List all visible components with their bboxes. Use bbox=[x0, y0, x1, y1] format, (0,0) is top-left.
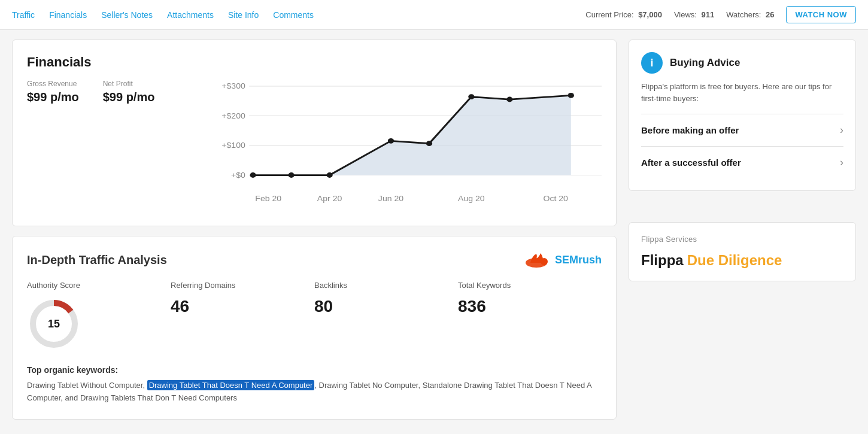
views-count: Views: 911 bbox=[674, 10, 714, 19]
keywords-section-label: Top organic keywords: bbox=[27, 365, 602, 375]
before-offer-header[interactable]: Before making an offer › bbox=[641, 124, 843, 136]
current-price: Current Price: $7,000 bbox=[585, 10, 662, 19]
nav-right-info: Current Price: $7,000 Views: 911 Watcher… bbox=[585, 6, 856, 23]
svg-point-20 bbox=[506, 97, 512, 102]
financials-card: Financials Gross Revenue $99 p/mo Net Pr… bbox=[12, 40, 617, 226]
svg-text:+$0: +$0 bbox=[231, 171, 245, 180]
keywords-text-before: Drawing Tablet Without Computer, bbox=[27, 381, 147, 390]
semrush-flame-icon bbox=[521, 251, 551, 269]
info-icon: i bbox=[641, 52, 663, 74]
nav-traffic[interactable]: Traffic bbox=[12, 10, 35, 20]
after-offer-chevron-icon: › bbox=[840, 156, 843, 169]
traffic-title: In-Depth Traffic Analysis bbox=[27, 253, 167, 267]
financials-title: Financials bbox=[27, 54, 602, 70]
svg-point-23 bbox=[541, 258, 548, 265]
net-profit-value: $99 p/mo bbox=[103, 90, 155, 104]
right-column: i Buying Advice Flippa's platform is fre… bbox=[629, 40, 856, 420]
keyword-highlighted: Drawing Tablet That Doesn T Need A Compu… bbox=[147, 380, 315, 390]
svg-point-18 bbox=[426, 141, 432, 146]
authority-score-donut: 15 bbox=[27, 297, 81, 351]
due-diligence-logo: Flippa Due Diligence bbox=[641, 252, 843, 269]
svg-marker-13 bbox=[253, 95, 571, 175]
gross-revenue-label: Gross Revenue bbox=[27, 80, 79, 88]
traffic-header: In-Depth Traffic Analysis SEMrush bbox=[27, 251, 602, 269]
traffic-analysis-card: In-Depth Traffic Analysis SEMrush Author… bbox=[12, 236, 617, 420]
metrics-row: Authority Score 15 Referring Domains bbox=[27, 281, 602, 351]
nav-comments[interactable]: Comments bbox=[273, 10, 314, 20]
after-offer-header[interactable]: After a successful offer › bbox=[641, 156, 843, 169]
authority-score-block: Authority Score 15 bbox=[27, 281, 171, 351]
svg-text:Oct 20: Oct 20 bbox=[543, 195, 567, 203]
flippa-logo-text: Flippa bbox=[641, 252, 684, 269]
svg-point-14 bbox=[250, 172, 256, 178]
buying-advice-card: i Buying Advice Flippa's platform is fre… bbox=[629, 40, 856, 191]
svg-text:Apr 20: Apr 20 bbox=[317, 195, 342, 203]
net-profit-label: Net Profit bbox=[103, 80, 155, 88]
nav-site-info[interactable]: Site Info bbox=[228, 10, 259, 20]
referring-domains-label: Referring Domains bbox=[171, 281, 314, 290]
total-keywords-value: 836 bbox=[458, 297, 602, 316]
financials-chart: +$300 +$200 +$100 +$0 Feb 20 Apr 20 Jun … bbox=[218, 80, 602, 211]
keywords-section: Top organic keywords: Drawing Tablet Wit… bbox=[27, 365, 602, 405]
nav-attachments[interactable]: Attachments bbox=[167, 10, 214, 20]
svg-text:Feb 20: Feb 20 bbox=[255, 195, 281, 203]
watch-now-button[interactable]: WATCH NOW bbox=[786, 6, 856, 23]
backlinks-value: 80 bbox=[314, 297, 458, 316]
top-navigation: Traffic Financials Seller's Notes Attach… bbox=[0, 0, 868, 30]
semrush-logo: SEMrush bbox=[521, 251, 602, 269]
backlinks-block: Backlinks 80 bbox=[314, 281, 458, 351]
svg-text:+$100: +$100 bbox=[221, 141, 245, 150]
net-profit-block: Net Profit $99 p/mo bbox=[103, 80, 155, 104]
due-diligence-text: Due Diligence bbox=[687, 252, 782, 269]
svg-point-19 bbox=[468, 94, 474, 99]
nav-financials[interactable]: Financials bbox=[49, 10, 87, 20]
svg-text:+$300: +$300 bbox=[221, 82, 245, 90]
watchers-count: Watchers: 26 bbox=[726, 10, 774, 19]
referring-domains-block: Referring Domains 46 bbox=[171, 281, 314, 351]
referring-domains-value: 46 bbox=[171, 297, 314, 316]
total-keywords-block: Total Keywords 836 bbox=[458, 281, 602, 351]
svg-point-15 bbox=[288, 172, 294, 178]
authority-score-value: 15 bbox=[48, 318, 60, 330]
after-offer-label: After a successful offer bbox=[641, 157, 741, 168]
before-offer-label: Before making an offer bbox=[641, 125, 739, 135]
main-layout: Financials Gross Revenue $99 p/mo Net Pr… bbox=[0, 30, 868, 429]
left-column: Financials Gross Revenue $99 p/mo Net Pr… bbox=[12, 40, 617, 420]
before-offer-chevron-icon: › bbox=[840, 124, 843, 136]
flippa-services-card: Flippa Services Flippa Due Diligence bbox=[629, 222, 856, 281]
nav-sellers-notes[interactable]: Seller's Notes bbox=[101, 10, 153, 20]
backlinks-label: Backlinks bbox=[314, 281, 458, 290]
svg-text:+$200: +$200 bbox=[221, 112, 245, 120]
nav-links: Traffic Financials Seller's Notes Attach… bbox=[12, 10, 314, 20]
keywords-text: Drawing Tablet Without Computer, Drawing… bbox=[27, 380, 602, 405]
after-offer-accordion[interactable]: After a successful offer › bbox=[641, 146, 843, 178]
services-title: Flippa Services bbox=[641, 235, 843, 244]
gross-revenue-value: $99 p/mo bbox=[27, 90, 79, 104]
svg-point-21 bbox=[568, 93, 574, 98]
svg-point-16 bbox=[326, 172, 332, 178]
buying-advice-title: Buying Advice bbox=[670, 57, 740, 69]
before-offer-accordion[interactable]: Before making an offer › bbox=[641, 114, 843, 146]
gross-revenue-block: Gross Revenue $99 p/mo bbox=[27, 80, 79, 104]
buying-advice-text: Flippa's platform is free for buyers. He… bbox=[641, 81, 843, 104]
svg-text:Jun 20: Jun 20 bbox=[378, 195, 403, 203]
svg-point-17 bbox=[388, 138, 394, 144]
svg-text:Aug 20: Aug 20 bbox=[458, 195, 485, 203]
semrush-label: SEMrush bbox=[555, 254, 602, 266]
advice-header: i Buying Advice bbox=[641, 52, 843, 74]
authority-score-label: Authority Score bbox=[27, 281, 171, 290]
total-keywords-label: Total Keywords bbox=[458, 281, 602, 290]
